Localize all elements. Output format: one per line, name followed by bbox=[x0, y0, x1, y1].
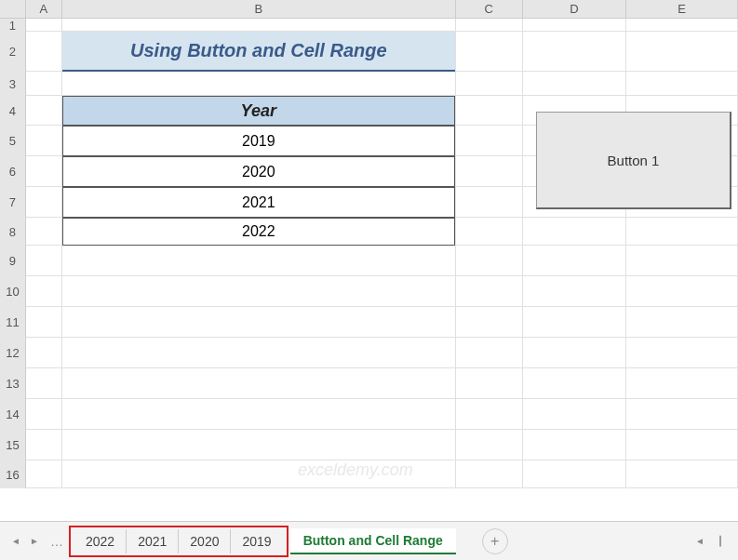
row-header-5[interactable]: 5 bbox=[0, 126, 26, 156]
cell-d2[interactable] bbox=[523, 32, 627, 72]
scroll-left-icon[interactable]: ◄ bbox=[691, 533, 708, 550]
cell-c7[interactable] bbox=[456, 187, 523, 218]
row-header-4[interactable]: 4 bbox=[0, 96, 26, 126]
cell-e1[interactable] bbox=[626, 19, 738, 32]
row-header-13[interactable]: 13 bbox=[0, 368, 26, 399]
scroll-split-icon[interactable]: ┃ bbox=[712, 533, 729, 550]
new-sheet-button[interactable]: + bbox=[482, 528, 508, 554]
cell-a7[interactable] bbox=[26, 187, 62, 218]
cell-e10[interactable] bbox=[626, 276, 738, 307]
row-header-7[interactable]: 7 bbox=[0, 187, 26, 218]
cell-a2[interactable] bbox=[26, 32, 62, 72]
cell-b12[interactable] bbox=[62, 338, 456, 368]
cell-a15[interactable] bbox=[26, 430, 62, 460]
cell-e2[interactable] bbox=[626, 32, 738, 72]
tab-nav-next-icon[interactable]: ► bbox=[26, 533, 43, 550]
row-header-8[interactable]: 8 bbox=[0, 218, 26, 246]
cell-d3[interactable] bbox=[523, 72, 627, 96]
select-all-corner[interactable] bbox=[0, 0, 26, 18]
cell-b14[interactable] bbox=[62, 399, 456, 430]
col-header-d[interactable]: D bbox=[523, 0, 627, 18]
cell-d8[interactable] bbox=[523, 218, 627, 246]
sheet-tab-active[interactable]: Button and Cell Range bbox=[290, 528, 456, 554]
cell-b6[interactable]: 2020 bbox=[62, 156, 456, 187]
cell-b10[interactable] bbox=[62, 276, 456, 307]
cell-d16[interactable] bbox=[523, 460, 627, 488]
cell-a3[interactable] bbox=[26, 72, 62, 96]
cell-a13[interactable] bbox=[26, 368, 62, 399]
cell-d9[interactable] bbox=[523, 246, 627, 276]
cell-e9[interactable] bbox=[626, 246, 738, 276]
cell-a1[interactable] bbox=[26, 19, 62, 32]
cell-a12[interactable] bbox=[26, 338, 62, 368]
row-header-16[interactable]: 16 bbox=[0, 460, 26, 488]
row-header-12[interactable]: 12 bbox=[0, 338, 26, 368]
row-header-15[interactable]: 15 bbox=[0, 430, 26, 460]
cell-c16[interactable] bbox=[456, 460, 523, 488]
cell-e12[interactable] bbox=[626, 338, 738, 368]
cell-a4[interactable] bbox=[26, 96, 62, 126]
cell-e11[interactable] bbox=[626, 307, 738, 338]
cell-b9[interactable] bbox=[62, 246, 456, 276]
cell-b15[interactable] bbox=[62, 430, 456, 460]
cell-c9[interactable] bbox=[456, 246, 523, 276]
cell-b1[interactable] bbox=[62, 19, 456, 32]
cell-b4[interactable]: Year bbox=[62, 96, 456, 126]
cell-c12[interactable] bbox=[456, 338, 523, 368]
cell-b16[interactable] bbox=[62, 460, 456, 488]
sheet-tab-2019[interactable]: 2019 bbox=[231, 529, 282, 553]
cell-b8[interactable]: 2022 bbox=[62, 218, 456, 246]
cell-d15[interactable] bbox=[523, 430, 627, 460]
row-header-1[interactable]: 1 bbox=[0, 19, 26, 32]
cell-a11[interactable] bbox=[26, 307, 62, 338]
cell-c2[interactable] bbox=[456, 32, 523, 72]
cell-c13[interactable] bbox=[456, 368, 523, 399]
cell-c5[interactable] bbox=[456, 126, 523, 156]
cell-c1[interactable] bbox=[456, 19, 523, 32]
sheet-tab-2022[interactable]: 2022 bbox=[74, 529, 127, 553]
cell-e14[interactable] bbox=[626, 399, 738, 430]
row-header-14[interactable]: 14 bbox=[0, 399, 26, 430]
cell-d14[interactable] bbox=[523, 399, 627, 430]
row-header-11[interactable]: 11 bbox=[0, 307, 26, 338]
cell-d10[interactable] bbox=[523, 276, 627, 307]
row-header-10[interactable]: 10 bbox=[0, 276, 26, 307]
cell-d11[interactable] bbox=[523, 307, 627, 338]
cell-e13[interactable] bbox=[626, 368, 738, 399]
cell-d13[interactable] bbox=[523, 368, 627, 399]
cell-a10[interactable] bbox=[26, 276, 62, 307]
cell-b13[interactable] bbox=[62, 368, 456, 399]
col-header-e[interactable]: E bbox=[626, 0, 738, 18]
cell-e15[interactable] bbox=[626, 430, 738, 460]
tab-nav-prev-icon[interactable]: ◄ bbox=[7, 533, 24, 550]
col-header-c[interactable]: C bbox=[456, 0, 523, 18]
cell-e8[interactable] bbox=[626, 218, 738, 246]
cell-c6[interactable] bbox=[456, 156, 523, 187]
cell-a5[interactable] bbox=[26, 126, 62, 156]
sheet-tab-2021[interactable]: 2021 bbox=[127, 529, 179, 553]
cell-c3[interactable] bbox=[456, 72, 523, 96]
row-header-6[interactable]: 6 bbox=[0, 156, 26, 187]
cell-a9[interactable] bbox=[26, 246, 62, 276]
cell-b3[interactable] bbox=[62, 72, 456, 96]
cell-d1[interactable] bbox=[523, 19, 627, 32]
cell-c14[interactable] bbox=[456, 399, 523, 430]
cell-c10[interactable] bbox=[456, 276, 523, 307]
spreadsheet-grid[interactable]: A B C D E 1 2Using Button and Cell Range… bbox=[0, 0, 738, 521]
macro-button[interactable]: Button 1 bbox=[536, 112, 731, 209]
row-header-2[interactable]: 2 bbox=[0, 32, 26, 72]
cell-a16[interactable] bbox=[26, 460, 62, 488]
cell-b5[interactable]: 2019 bbox=[62, 126, 456, 156]
cell-c4[interactable] bbox=[456, 96, 523, 126]
cell-c11[interactable] bbox=[456, 307, 523, 338]
sheet-tab-2020[interactable]: 2020 bbox=[179, 529, 231, 553]
cell-c8[interactable] bbox=[456, 218, 523, 246]
cell-d12[interactable] bbox=[523, 338, 627, 368]
cell-a8[interactable] bbox=[26, 218, 62, 246]
cell-a6[interactable] bbox=[26, 156, 62, 187]
cell-b2[interactable]: Using Button and Cell Range bbox=[62, 32, 456, 72]
row-header-3[interactable]: 3 bbox=[0, 72, 26, 96]
cell-c15[interactable] bbox=[456, 430, 523, 460]
col-header-a[interactable]: A bbox=[26, 0, 62, 18]
cell-a14[interactable] bbox=[26, 399, 62, 430]
